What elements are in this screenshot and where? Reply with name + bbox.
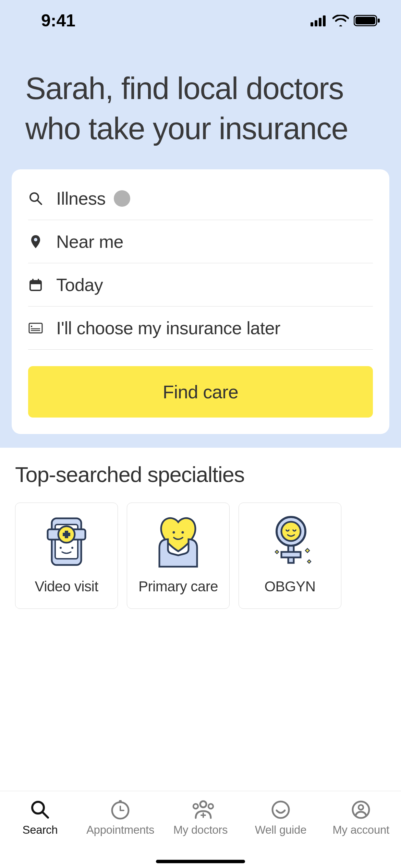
svg-rect-12 — [32, 279, 34, 282]
svg-rect-13 — [38, 279, 39, 282]
svg-rect-11 — [30, 281, 41, 284]
svg-rect-15 — [31, 326, 32, 327]
home-indicator[interactable] — [156, 860, 245, 863]
specialties-heading: Top-searched specialties — [15, 462, 386, 487]
svg-rect-25 — [63, 533, 70, 536]
svg-rect-31 — [281, 552, 301, 557]
tab-appointments[interactable]: Appointments — [80, 799, 160, 868]
doctors-icon — [190, 799, 211, 821]
location-value: Near me — [56, 231, 123, 252]
svg-line-8 — [38, 201, 41, 204]
specialties-row[interactable]: Video visit Primary care — [15, 503, 386, 609]
typing-indicator-dot — [114, 190, 130, 207]
tab-label: My doctors — [173, 823, 228, 836]
primary-care-icon — [149, 512, 207, 570]
tab-bar: Search Appointments My doctors — [0, 791, 401, 868]
account-icon — [350, 799, 372, 821]
specialties-section: Top-searched specialties Video visit — [0, 448, 401, 609]
condition-field[interactable]: Illness — [28, 177, 373, 220]
svg-rect-6 — [378, 19, 380, 23]
svg-rect-1 — [315, 20, 317, 26]
status-indicators — [311, 14, 380, 27]
battery-icon — [354, 14, 380, 27]
tab-my-account[interactable]: My account — [321, 799, 401, 868]
svg-point-26 — [173, 531, 175, 534]
svg-point-7 — [30, 193, 38, 201]
tab-well-guide[interactable]: Well guide — [241, 799, 321, 868]
hero-title: Sarah, find local doctors who take your … — [25, 69, 376, 149]
tab-label: My account — [332, 823, 389, 836]
svg-line-33 — [43, 812, 48, 818]
specialty-label: OBGYN — [264, 578, 315, 595]
calendar-icon — [28, 277, 43, 292]
svg-point-20 — [60, 547, 62, 549]
specialty-card-obgyn[interactable]: OBGYN — [239, 503, 341, 609]
specialty-card-primary-care[interactable]: Primary care — [127, 503, 230, 609]
clock-icon — [109, 799, 131, 821]
svg-point-21 — [71, 547, 73, 549]
svg-point-43 — [272, 801, 289, 818]
location-field[interactable]: Near me — [28, 220, 373, 263]
specialty-label: Video visit — [35, 578, 98, 595]
tab-label: Search — [23, 823, 58, 836]
svg-rect-14 — [29, 323, 42, 333]
tab-my-doctors[interactable]: My doctors — [160, 799, 241, 868]
specialty-card-video-visit[interactable]: Video visit — [15, 503, 118, 609]
condition-value: Illness — [56, 188, 130, 209]
svg-point-29 — [281, 522, 301, 541]
obgyn-icon — [261, 512, 319, 570]
svg-rect-2 — [319, 18, 321, 26]
status-bar: 9:41 — [0, 0, 401, 41]
svg-rect-5 — [355, 17, 375, 24]
search-icon — [29, 799, 51, 821]
svg-point-39 — [193, 804, 198, 809]
search-icon — [28, 191, 43, 206]
tab-label: Appointments — [86, 823, 154, 836]
svg-point-40 — [208, 804, 213, 809]
svg-point-27 — [182, 531, 184, 534]
video-visit-icon — [37, 512, 96, 570]
svg-rect-35 — [119, 800, 122, 802]
svg-point-38 — [200, 801, 206, 807]
cellular-icon — [311, 15, 328, 26]
specialty-label: Primary care — [138, 578, 218, 595]
insurance-card-icon — [28, 321, 43, 336]
svg-rect-0 — [311, 22, 313, 26]
smile-icon — [270, 799, 292, 821]
date-value: Today — [56, 275, 103, 295]
wifi-icon — [332, 15, 349, 26]
location-pin-icon — [28, 234, 43, 249]
insurance-field[interactable]: I'll choose my insurance later — [28, 306, 373, 350]
search-card: Illness Near me Toda — [12, 169, 389, 434]
tab-label: Well guide — [255, 823, 306, 836]
insurance-value: I'll choose my insurance later — [56, 318, 280, 338]
svg-point-9 — [34, 238, 37, 241]
find-care-button[interactable]: Find care — [28, 366, 373, 418]
svg-rect-3 — [323, 15, 326, 26]
tab-search[interactable]: Search — [0, 799, 80, 868]
date-field[interactable]: Today — [28, 263, 373, 306]
status-time: 9:41 — [21, 11, 75, 31]
hero: Sarah, find local doctors who take your … — [0, 41, 401, 169]
svg-point-45 — [359, 805, 363, 810]
